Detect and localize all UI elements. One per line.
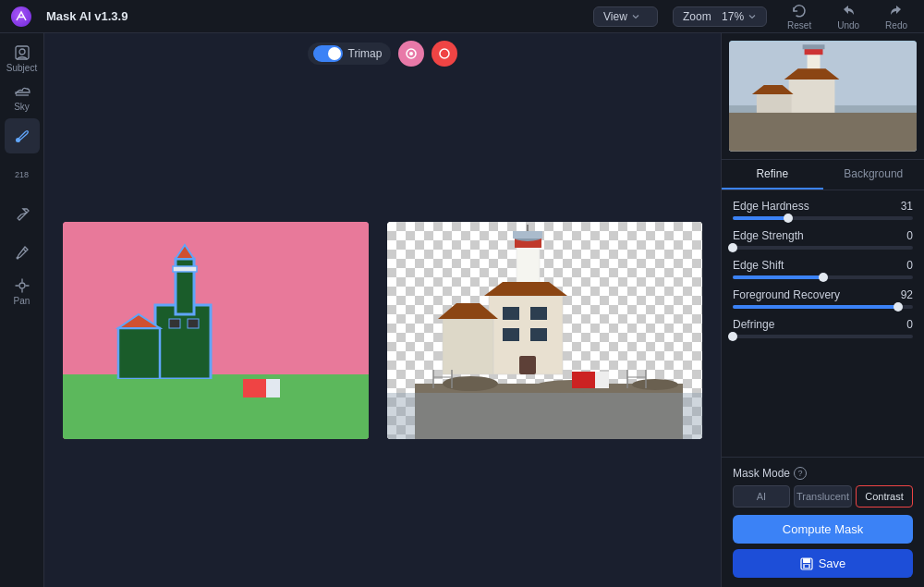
defringe-slider[interactable] [733,335,913,338]
edge-strength-value: 0 [891,229,913,242]
red-brush-button[interactable] [432,41,457,67]
brush-size-tool[interactable]: 218 [5,157,40,192]
zoom-button[interactable]: Zoom 17% [673,6,767,27]
edge-hardness-row: Edge Hardness 31 [733,200,913,220]
mask-mode-help[interactable]: ? [794,467,807,480]
mask-mode-buttons: AI Translucent Contrast [733,485,913,508]
brush-tool[interactable] [5,118,40,153]
svg-rect-14 [173,266,197,272]
eyedropper-tool[interactable] [5,235,40,270]
sliders-section: Edge Hardness 31 Edge Strength 0 [722,190,924,457]
result-panel[interactable] [387,222,702,439]
pan-tool[interactable]: Pan [5,274,40,309]
right-panel: Refine Background Edge Hardness 31 Edge … [721,33,924,587]
foreground-recovery-value: 92 [891,288,913,301]
svg-point-7 [409,52,413,55]
sky-tool[interactable]: Sky [5,79,40,115]
trimap-label: Trimap [348,47,383,60]
svg-rect-19 [63,379,369,439]
svg-rect-11 [155,305,211,379]
svg-rect-29 [503,307,519,320]
svg-rect-17 [169,319,180,328]
subject-tool[interactable]: Subject [5,41,40,76]
svg-rect-42 [595,372,609,388]
mask-mode-label: Mask Mode ? [733,467,913,480]
toolbar-row: Trimap [44,33,721,74]
defringe-row: Defringe 0 [733,318,913,338]
foreground-recovery-slider[interactable] [733,305,913,309]
svg-rect-25 [513,231,542,238]
svg-rect-53 [803,44,825,49]
svg-point-4 [16,257,18,260]
edge-hardness-value: 31 [891,200,913,213]
svg-rect-30 [530,307,547,320]
svg-rect-34 [443,319,493,374]
mask-mode-contrast[interactable]: Contrast [856,485,913,508]
svg-rect-15 [118,328,160,379]
image-panels [44,74,721,587]
svg-rect-62 [805,565,808,568]
preview-container [722,33,924,160]
canvas-area: Trimap [44,33,721,587]
main-layout: Subject Sky 218 [0,33,924,587]
edge-hardness-slider[interactable] [733,216,913,220]
subject-tool-label: Subject [6,63,37,73]
edge-strength-row: Edge Strength 0 [733,229,913,250]
edge-shift-value: 0 [891,259,913,272]
svg-rect-32 [530,328,547,341]
svg-rect-21 [266,379,280,397]
edge-strength-slider[interactable] [733,246,913,250]
svg-point-3 [16,138,20,142]
redo-button[interactable]: Redo [880,1,913,32]
topbar: Mask AI v1.3.9 View Zoom 17% Reset Undo … [0,0,924,33]
trimap-panel[interactable] [63,222,369,439]
edge-shift-slider[interactable] [733,275,913,279]
compute-mask-button[interactable]: Compute Mask [733,515,913,544]
svg-rect-40 [387,393,702,439]
defringe-label: Defringe [733,318,774,331]
panel-tabs: Refine Background [722,160,924,190]
svg-rect-33 [519,356,536,374]
svg-rect-54 [789,79,835,116]
svg-point-39 [632,379,678,390]
svg-point-1 [19,49,25,55]
svg-point-8 [440,49,449,58]
preview-image [729,41,917,152]
foreground-recovery-row: Foreground Recovery 92 [733,288,913,309]
save-button[interactable]: Save [733,549,913,578]
trimap-switch[interactable] [313,45,343,62]
pink-brush-button[interactable] [398,41,424,67]
edge-hardness-label: Edge Hardness [733,200,809,213]
svg-rect-18 [188,319,199,328]
app-logo [11,6,31,27]
mask-mode-section: Mask Mode ? AI Translucent Contrast Comp… [722,457,924,587]
svg-point-37 [443,376,498,391]
svg-marker-28 [484,282,567,296]
mask-mode-translucent[interactable]: Translucent [794,485,852,508]
pan-tool-label: Pan [14,296,30,306]
trimap-toggle: Trimap [308,43,392,65]
tab-refine[interactable]: Refine [722,160,823,190]
svg-rect-60 [803,558,810,563]
mask-mode-ai[interactable]: AI [733,485,790,508]
edge-strength-label: Edge Strength [733,229,804,242]
sky-tool-label: Sky [14,102,30,112]
defringe-value: 0 [891,318,913,331]
app-title: Mask AI v1.3.9 [46,9,128,23]
reset-button[interactable]: Reset [782,1,817,32]
side-toolbar: Subject Sky 218 [0,33,44,587]
tab-background[interactable]: Background [823,160,925,190]
undo-button[interactable]: Undo [832,1,865,32]
foreground-recovery-label: Foreground Recovery [733,288,840,301]
svg-rect-58 [729,113,917,152]
edge-shift-row: Edge Shift 0 [733,259,913,279]
view-button[interactable]: View [593,6,658,27]
svg-rect-52 [805,48,823,55]
svg-rect-31 [503,328,519,341]
edge-shift-label: Edge Shift [733,259,784,272]
pen-tool[interactable] [5,196,40,231]
svg-point-5 [19,283,25,288]
